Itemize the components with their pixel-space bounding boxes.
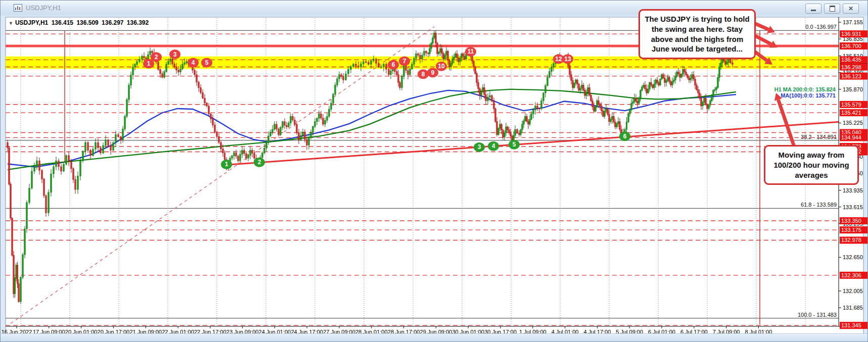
fib-level-label: 0.0 -136.997 <box>805 24 837 30</box>
ohlc-header: ▼USDJPY,H1 136.415 136.509 136.297 136.3… <box>9 19 150 26</box>
svg-text:1: 1 <box>147 60 151 67</box>
header-symbol: USDJPY,H1 <box>15 19 48 26</box>
price-tick-label: 131.685 <box>843 305 863 311</box>
svg-text:5: 5 <box>513 141 516 148</box>
svg-text:136.435: 136.435 <box>841 57 861 63</box>
svg-text:6: 6 <box>623 133 627 140</box>
status-bar <box>1 333 867 341</box>
header-low: 136.297 <box>102 19 123 26</box>
svg-text:136.700: 136.700 <box>841 43 861 49</box>
svg-text:131.345: 131.345 <box>841 322 861 328</box>
header-close: 136.392 <box>127 19 149 26</box>
svg-text:7: 7 <box>403 58 406 65</box>
header-high: 136.509 <box>76 19 98 26</box>
mt4-chart-window: USDJPY,H1 ✕ 0.0 -136.99738.2 - 134.89161… <box>0 0 868 342</box>
price-tick-label: 137.155 <box>843 19 863 25</box>
fib-level-label: 61.8 - 133.589 <box>801 202 837 208</box>
svg-text:133.350: 133.350 <box>841 218 861 224</box>
annotation-swing-area[interactable]: The USDJPY is trying to hold the swing a… <box>638 9 756 59</box>
svg-text:3: 3 <box>478 143 481 151</box>
price-tick-label: 135.870 <box>843 86 863 92</box>
svg-text:136.298: 136.298 <box>841 64 861 70</box>
chevron-down-icon[interactable]: ▼ <box>9 21 13 26</box>
svg-text:5: 5 <box>205 59 209 66</box>
svg-text:10: 10 <box>438 63 445 70</box>
svg-text:132.978: 132.978 <box>841 237 861 243</box>
svg-text:134.944: 134.944 <box>841 134 861 140</box>
svg-text:133.175: 133.175 <box>841 227 861 233</box>
price-tick-label: 133.615 <box>843 204 863 210</box>
fib-level-label: 38.2 - 134.891 <box>801 134 837 140</box>
price-tick-label: 132.650 <box>843 254 863 260</box>
svg-text:136.931: 136.931 <box>841 31 861 37</box>
svg-text:8: 8 <box>422 71 425 78</box>
svg-text:4: 4 <box>192 59 195 66</box>
price-tick-label: 135.225 <box>843 120 863 126</box>
svg-text:4: 4 <box>492 142 495 150</box>
svg-text:9: 9 <box>431 69 435 76</box>
svg-text:3: 3 <box>173 51 177 58</box>
svg-text:6: 6 <box>392 61 395 68</box>
price-tick-label: 132.005 <box>843 288 863 294</box>
svg-text:136.123: 136.123 <box>841 73 861 79</box>
svg-text:2: 2 <box>258 159 261 166</box>
price-tick-label: 133.935 <box>843 187 863 193</box>
svg-text:135.579: 135.579 <box>841 102 861 108</box>
svg-text:2: 2 <box>155 54 158 61</box>
header-open: 136.415 <box>52 19 73 26</box>
annotation-moving-away[interactable]: Moving away from 100/200 hour moving ave… <box>764 145 859 185</box>
ma100-value-label: MA(100):0:0: 135.771 <box>703 92 836 99</box>
svg-text:1: 1 <box>225 161 229 168</box>
svg-text:132.306: 132.306 <box>841 272 861 278</box>
svg-text:11: 11 <box>468 48 474 55</box>
ma200-value-label: H1 MA 200:0:0: 135.824 <box>703 86 836 92</box>
svg-text:13: 13 <box>564 56 571 63</box>
svg-text:135.421: 135.421 <box>841 110 861 116</box>
svg-text:12: 12 <box>555 56 562 63</box>
fib-level-label: 100.0 - 131.483 <box>798 312 837 318</box>
